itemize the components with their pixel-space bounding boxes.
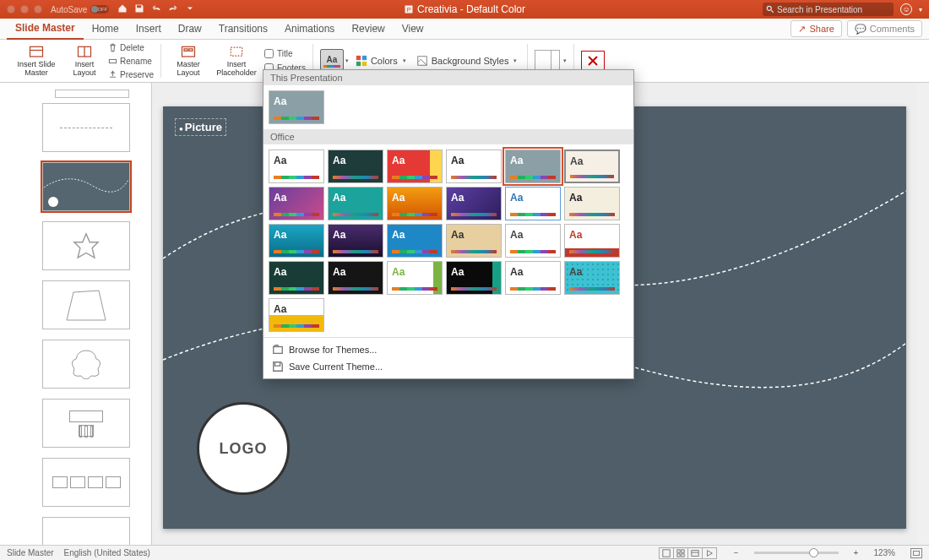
thumb-layout-7[interactable] xyxy=(42,458,130,507)
theme-swatch-9[interactable]: Aa xyxy=(446,187,502,220)
insert-placeholder-button[interactable]: Insert Placeholder xyxy=(212,41,261,80)
theme-swatch-12[interactable]: Aa xyxy=(269,224,324,258)
tab-review[interactable]: Review xyxy=(343,19,393,40)
status-bar: Slide Master English (United States) − +… xyxy=(0,545,929,560)
save-theme-item[interactable]: Save Current Theme... xyxy=(263,358,633,375)
picture-placeholder[interactable]: ●Picture xyxy=(175,118,226,136)
theme-swatch-8[interactable]: Aa xyxy=(387,187,443,220)
insert-slide-master-button[interactable]: Insert Slide Master xyxy=(12,41,61,80)
delete-button[interactable]: Delete xyxy=(108,41,154,53)
zoom-level[interactable]: 123% xyxy=(873,548,895,557)
svg-rect-15 xyxy=(362,62,367,66)
chevron-down-icon[interactable]: ▾ xyxy=(345,57,349,64)
zoom-slider[interactable] xyxy=(754,552,839,554)
thumb-layout-4[interactable] xyxy=(42,280,130,329)
theme-swatch-7[interactable]: Aa xyxy=(328,187,383,220)
redo-icon[interactable] xyxy=(168,3,178,15)
thumb-layout-8[interactable] xyxy=(42,517,130,545)
tab-transitions[interactable]: Transitions xyxy=(210,19,276,40)
insert-layout-button[interactable]: Insert Layout xyxy=(64,41,105,80)
zoom-out-button[interactable]: − xyxy=(734,548,739,557)
svg-rect-8 xyxy=(182,46,195,57)
status-language[interactable]: English (United States) xyxy=(64,548,150,557)
svg-rect-3 xyxy=(30,46,43,57)
comments-button[interactable]: 💬Comments xyxy=(847,20,922,37)
account-caret-icon[interactable]: ▾ xyxy=(919,6,922,14)
autosave-pill[interactable]: OFF xyxy=(90,5,109,14)
tab-view[interactable]: View xyxy=(394,19,432,40)
theme-swatch-1[interactable]: Aa xyxy=(328,150,383,183)
svg-rect-10 xyxy=(189,49,193,52)
slideshow-button[interactable] xyxy=(702,547,717,559)
fit-to-window-button[interactable] xyxy=(910,548,922,558)
svg-rect-25 xyxy=(692,550,698,556)
master-layout-button[interactable]: Master Layout xyxy=(168,41,209,80)
svg-rect-21 xyxy=(677,549,680,552)
svg-rect-9 xyxy=(184,49,187,52)
tab-slide-master[interactable]: Slide Master xyxy=(7,19,84,40)
gallery-header-this: This Presentation xyxy=(263,70,633,85)
view-buttons xyxy=(660,547,717,559)
vertical-scrollbar[interactable] xyxy=(917,83,929,545)
theme-swatch-10[interactable]: Aa xyxy=(505,187,561,220)
account-icon[interactable]: ☺ xyxy=(900,3,912,15)
theme-swatch-21[interactable]: Aa xyxy=(446,261,502,295)
window-controls[interactable] xyxy=(7,5,42,14)
theme-swatch-16[interactable]: Aa xyxy=(505,224,561,258)
svg-marker-27 xyxy=(707,550,712,556)
tab-home[interactable]: Home xyxy=(84,19,128,40)
slide-thumbnails-pane[interactable] xyxy=(0,83,152,545)
preserve-button[interactable]: Preserve xyxy=(108,68,154,80)
search-input[interactable]: Search in Presentation xyxy=(763,3,894,16)
theme-swatch-18[interactable]: Aa xyxy=(269,261,324,295)
share-button[interactable]: ↗Share xyxy=(790,20,841,37)
theme-swatch-2[interactable]: Aa xyxy=(387,150,443,183)
thumb-layout-1[interactable] xyxy=(42,103,130,152)
theme-swatch-5[interactable]: Aa xyxy=(564,150,620,183)
reading-view-button[interactable] xyxy=(687,547,703,559)
theme-swatch-4[interactable]: Aa xyxy=(505,150,561,183)
thumb-master-strip[interactable] xyxy=(55,90,129,98)
tab-draw[interactable]: Draw xyxy=(170,19,210,40)
theme-swatch-24[interactable]: Aa xyxy=(269,298,324,332)
svg-rect-13 xyxy=(362,56,367,60)
theme-swatch-22[interactable]: Aa xyxy=(505,261,561,295)
logo-placeholder[interactable]: LOGO xyxy=(197,402,290,495)
qat-caret-icon[interactable] xyxy=(185,3,195,15)
quick-access-toolbar xyxy=(117,3,195,15)
theme-swatch-17[interactable]: Aa xyxy=(564,224,620,258)
browse-themes-item[interactable]: Browse for Themes... xyxy=(263,341,633,358)
theme-swatch-15[interactable]: Aa xyxy=(446,224,502,258)
theme-swatch-19[interactable]: Aa xyxy=(328,261,383,295)
theme-swatch-11[interactable]: Aa xyxy=(564,187,620,220)
window-title: P Creativia - Default Color xyxy=(404,3,525,15)
tab-insert[interactable]: Insert xyxy=(128,19,170,40)
sorter-view-button[interactable] xyxy=(673,547,688,559)
zoom-in-button[interactable]: + xyxy=(854,548,859,557)
close-master-button[interactable] xyxy=(581,51,605,71)
home-icon[interactable] xyxy=(117,3,128,15)
save-icon[interactable] xyxy=(134,3,144,15)
normal-view-button[interactable] xyxy=(659,547,674,559)
undo-icon[interactable] xyxy=(151,3,161,15)
autosave-toggle[interactable]: AutoSave OFF xyxy=(51,5,109,14)
thumb-layout-6[interactable] xyxy=(42,399,130,448)
title-checkbox[interactable]: Title xyxy=(264,49,306,58)
theme-swatch-3[interactable]: Aa xyxy=(446,150,502,183)
rename-button[interactable]: Rename xyxy=(108,55,154,67)
thumb-layout-5[interactable] xyxy=(42,340,130,389)
theme-swatch-current[interactable]: Aa xyxy=(269,90,324,124)
gallery-header-office: Office xyxy=(263,129,633,144)
thumb-layout-2[interactable] xyxy=(42,162,130,211)
title-bar: AutoSave OFF P Creativia - Default Color… xyxy=(0,0,929,19)
theme-swatch-23[interactable]: Aa xyxy=(564,261,620,295)
status-mode: Slide Master xyxy=(7,548,54,557)
theme-swatch-20[interactable]: Aa xyxy=(387,261,443,295)
theme-swatch-6[interactable]: Aa xyxy=(269,187,324,220)
theme-swatch-0[interactable]: Aa xyxy=(269,150,324,183)
thumb-layout-3[interactable] xyxy=(42,221,130,270)
theme-swatch-14[interactable]: Aa xyxy=(387,224,443,258)
theme-swatch-13[interactable]: Aa xyxy=(328,224,383,258)
tab-animations[interactable]: Animations xyxy=(276,19,343,40)
svg-rect-19 xyxy=(274,347,283,354)
